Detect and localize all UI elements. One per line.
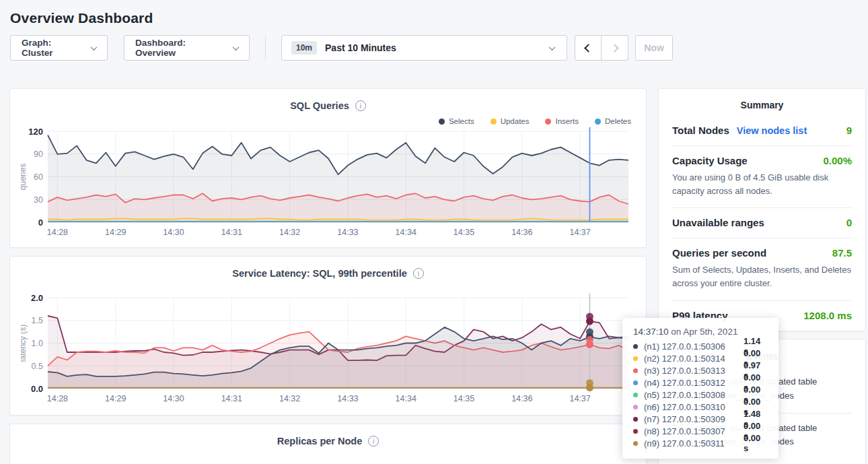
series-dot-icon: [633, 368, 638, 373]
legend-dot-icon: [439, 119, 445, 125]
legend-item[interactable]: Deletes: [595, 117, 631, 126]
chart-title-row: Replicas per Node: [10, 424, 646, 446]
svg-text:0: 0: [38, 218, 43, 228]
metric-description: You are using 0 B of 4.5 GiB usable disk…: [672, 171, 852, 198]
chevron-left-icon: [584, 44, 593, 53]
svg-text:120: 120: [28, 127, 43, 137]
legend-item[interactable]: Inserts: [545, 117, 579, 126]
svg-text:14:32: 14:32: [279, 228, 300, 237]
metric-value: 0: [846, 217, 852, 228]
svg-text:14:36: 14:36: [511, 394, 532, 403]
time-range-dropdown[interactable]: 10m Past 10 Minutes: [281, 35, 567, 61]
svg-text:2.0: 2.0: [31, 294, 43, 303]
svg-text:0.5: 0.5: [32, 362, 43, 371]
tooltip-value: 0.00 s: [744, 433, 768, 453]
time-back-button[interactable]: [575, 35, 602, 61]
summary-metrics: Total NodesView nodes list9Capacity Usag…: [672, 116, 852, 331]
replicas-per-node-card: Replicas per Node: [9, 424, 647, 464]
svg-text:14:35: 14:35: [454, 394, 474, 403]
legend-label: Inserts: [555, 117, 579, 125]
chart-title: SQL Queries: [290, 100, 349, 111]
svg-text:14:33: 14:33: [337, 394, 358, 403]
svg-text:14:29: 14:29: [105, 394, 126, 403]
svg-text:latency (s): latency (s): [21, 325, 28, 362]
tooltip-row: (n9) 127.0.0.1:503110.00 s: [633, 437, 768, 449]
svg-text:14:37: 14:37: [569, 394, 590, 403]
legend-dot-icon: [491, 119, 497, 125]
svg-text:0.0: 0.0: [31, 384, 43, 394]
svg-text:14:30: 14:30: [163, 394, 184, 403]
tooltip-node-label: (n7) 127.0.0.1:50309: [644, 414, 744, 424]
svg-text:14:31: 14:31: [221, 228, 242, 237]
graph-dropdown[interactable]: Graph: Cluster: [10, 35, 108, 61]
tooltip-node-label: (n4) 127.0.0.1:50312: [644, 378, 744, 388]
time-nav-group: [575, 35, 628, 61]
chevron-right-icon: [610, 44, 619, 53]
legend-item[interactable]: Selects: [439, 117, 474, 126]
svg-text:60: 60: [34, 172, 43, 182]
series-dot-icon: [633, 405, 638, 409]
chevron-down-icon: [233, 44, 240, 51]
series-dot-icon: [633, 417, 638, 422]
dashboard-dropdown[interactable]: Dashboard: Overview: [124, 35, 250, 61]
svg-text:90: 90: [34, 150, 43, 159]
svg-text:14:34: 14:34: [396, 228, 417, 237]
legend-label: Selects: [449, 117, 474, 125]
chart-tooltip: 14:37:10 on Apr 5th, 2021 (n1) 127.0.0.1…: [622, 318, 779, 459]
now-button[interactable]: Now: [635, 35, 673, 61]
chevron-down-icon: [91, 44, 98, 51]
service-latency-card: Service Latency: SQL, 99th percentile 0.…: [9, 256, 647, 416]
tooltip-node-label: (n2) 127.0.0.1:50314: [644, 354, 744, 364]
svg-text:14:30: 14:30: [163, 228, 184, 237]
svg-text:30: 30: [34, 195, 43, 205]
svg-text:14:33: 14:33: [337, 228, 358, 237]
metric-label: Total Nodes: [672, 125, 729, 136]
tooltip-date: on Apr 5th, 2021: [671, 327, 737, 337]
svg-text:14:35: 14:35: [454, 228, 474, 237]
chart-legend: SelectsUpdatesInsertsDeletes: [10, 111, 646, 126]
svg-text:14:28: 14:28: [47, 394, 68, 403]
view-nodes-link[interactable]: View nodes list: [737, 125, 807, 136]
legend-item[interactable]: Updates: [491, 117, 530, 126]
info-icon[interactable]: [413, 268, 424, 279]
summary-metric: Unavailable ranges0: [672, 208, 852, 238]
chart-title-row: SQL Queries: [10, 89, 646, 111]
series-dot-icon: [633, 356, 638, 361]
metric-value: 1208.0 ms: [803, 310, 852, 321]
chart-title: Service Latency: SQL, 99th percentile: [232, 268, 407, 279]
summary-metric: Queries per second87.5Sum of Selects, Up…: [672, 238, 852, 300]
legend-dot-icon: [545, 119, 551, 125]
chevron-down-icon: [549, 44, 556, 51]
svg-text:14:37: 14:37: [569, 228, 590, 237]
tooltip-rows: (n1) 127.0.0.1:503061.14 s(n2) 127.0.0.1…: [633, 340, 768, 449]
series-dot-icon: [633, 344, 638, 349]
svg-text:14:36: 14:36: [511, 228, 532, 237]
time-forward-button[interactable]: [602, 35, 628, 61]
dashboard-dropdown-label: Dashboard: Overview: [135, 38, 227, 58]
metric-value: 0.00%: [823, 155, 852, 166]
svg-text:14:29: 14:29: [105, 228, 126, 237]
tooltip-node-label: (n3) 127.0.0.1:50313: [644, 366, 744, 376]
info-icon[interactable]: [368, 436, 379, 446]
metric-value: 87.5: [832, 247, 852, 259]
svg-text:queries: queries: [21, 164, 28, 190]
summary-heading: Summary: [672, 100, 852, 116]
sql-queries-chart[interactable]: 030609012014:2814:2914:3014:3114:3214:33…: [21, 127, 637, 238]
toolbar: Graph: Cluster Dashboard: Overview 10m P…: [10, 35, 868, 61]
summary-metric: Capacity Usage0.00%You are using 0 B of …: [672, 146, 852, 208]
series-dot-icon: [633, 380, 638, 385]
tooltip-node-label: (n6) 127.0.0.1:50310: [644, 402, 744, 412]
svg-text:1.0: 1.0: [32, 339, 43, 348]
svg-text:1.5: 1.5: [32, 316, 43, 325]
page-title: Overview Dashboard: [0, 0, 868, 26]
svg-text:14:28: 14:28: [47, 228, 68, 237]
time-range-badge: 10m: [291, 41, 317, 55]
info-icon[interactable]: [355, 100, 366, 111]
tooltip-node-label: (n1) 127.0.0.1:50306: [644, 341, 744, 352]
graph-dropdown-label: Graph: Cluster: [22, 38, 85, 58]
service-latency-chart[interactable]: 0.00.51.01.52.014:2814:2914:3014:3114:32…: [21, 294, 637, 404]
svg-text:14:31: 14:31: [221, 394, 242, 403]
tooltip-node-label: (n9) 127.0.0.1:50311: [644, 438, 744, 449]
series-dot-icon: [633, 441, 638, 446]
metric-value: 9: [846, 125, 852, 136]
